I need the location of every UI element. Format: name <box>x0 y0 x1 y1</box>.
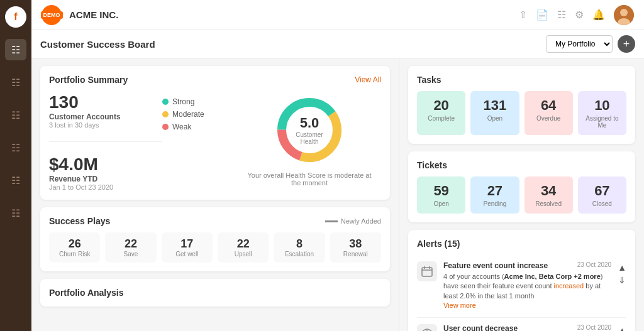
avatar[interactable] <box>614 5 634 25</box>
topbar: DEMO ACME INC. ⇧ 📄 ☷ ⚙ 🔔 <box>31 0 644 30</box>
play-upsell-label: Upsell <box>220 251 266 258</box>
tickets-closed-number: 67 <box>582 183 623 199</box>
bell-icon[interactable]: 🔔 <box>592 9 605 21</box>
play-escalation: 8 Escalation <box>274 232 325 263</box>
success-plays-title: Success Plays <box>49 216 110 226</box>
tasks-assigned: 10 Assigned to Me <box>578 91 626 135</box>
play-upsell-number: 22 <box>220 237 266 251</box>
legend-strong: Strong <box>162 97 238 106</box>
health-score-note: Your overall Health Score is moderate at… <box>247 171 372 187</box>
play-escalation-number: 8 <box>276 237 322 251</box>
success-plays-card: Success Plays Newly Added 26 Churn Risk … <box>40 207 390 271</box>
alert-1-header: Feature event count increase 23 Oct 2020 <box>443 261 611 270</box>
grid-icon[interactable]: ☷ <box>557 9 566 21</box>
upload-icon[interactable]: ⇧ <box>519 9 527 21</box>
alert-item-1: Feature event count increase 23 Oct 2020… <box>417 255 626 318</box>
accounts-sub: 3 lost in 30 days <box>49 121 162 129</box>
portfolio-summary-body: 130 Customer Accounts 3 lost in 30 days … <box>49 92 381 191</box>
portfolio-select[interactable]: My Portfolio <box>546 35 613 53</box>
demo-badge: DEMO <box>41 11 63 19</box>
alert-2-up-icon[interactable]: ▲ <box>618 325 626 331</box>
alert-1-download-icon[interactable]: ⇓ <box>618 275 626 285</box>
play-escalation-label: Escalation <box>276 251 322 258</box>
play-churn-risk-label: Churn Risk <box>52 251 97 258</box>
play-save-label: Save <box>108 251 153 258</box>
revenue-stat: $4.0M Revenue YTD Jan 1 to Oct 23 2020 <box>49 155 162 191</box>
accounts-number: 130 <box>49 92 162 112</box>
tasks-open-label: Open <box>474 115 515 122</box>
tickets-stats-grid: 59 Open 27 Pending 34 Resolved 67 Closed <box>417 176 626 214</box>
view-more-link-1[interactable]: View more <box>443 301 476 309</box>
sidebar: f ☷ ☷ ☷ ☷ ☷ ☷ <box>0 0 31 331</box>
full-content: DEMO ACME INC. ⇧ 📄 ☷ ⚙ 🔔 Customer Succes… <box>31 0 644 331</box>
weak-label: Weak <box>172 122 191 131</box>
play-renewal-number: 38 <box>333 237 379 251</box>
app-logo[interactable]: f <box>5 6 26 28</box>
tasks-complete: 20 Complete <box>417 91 465 135</box>
newly-added-line <box>325 220 338 222</box>
sidebar-item-grid[interactable]: ☷ <box>5 72 26 93</box>
svg-point-1 <box>620 9 628 16</box>
tasks-overdue-number: 64 <box>528 97 569 114</box>
revenue-sub: Jan 1 to Oct 23 2020 <box>49 183 162 191</box>
sidebar-item-apps[interactable]: ☷ <box>5 104 26 126</box>
play-renewal: 38 Renewal <box>330 232 381 263</box>
revenue-number: $4.0M <box>49 155 162 175</box>
sidebar-item-barchart[interactable]: ☷ <box>5 202 26 224</box>
calendar-icon <box>417 261 437 281</box>
play-getwell-number: 17 <box>164 237 210 251</box>
play-renewal-label: Renewal <box>333 251 379 258</box>
tickets-resolved: 34 Resolved <box>525 176 573 214</box>
alerts-card: Alerts (15) Feature event count increase… <box>408 230 635 331</box>
alert-2-header: User count decrease 23 Oct 2020 <box>443 324 611 331</box>
alert-1-up-icon[interactable]: ▲ <box>618 263 626 273</box>
revenue-label: Revenue YTD <box>49 175 162 183</box>
add-button[interactable]: + <box>618 35 635 53</box>
tickets-pending-number: 27 <box>474 183 515 199</box>
sidebar-item-dashboard[interactable]: ☷ <box>5 39 26 60</box>
plays-grid: 26 Churn Risk 22 Save 17 Get well 22 Ups… <box>49 232 381 263</box>
tasks-card: Tasks 20 Complete 131 Open 64 Overdue <box>408 66 635 144</box>
tickets-closed: 67 Closed <box>578 176 626 214</box>
company-name: ACME INC. <box>69 9 118 20</box>
alert-1-actions: ▲ ⇓ <box>618 261 626 311</box>
svg-rect-7 <box>422 268 432 276</box>
right-panel: Tasks 20 Complete 131 Open 64 Overdue <box>399 58 644 331</box>
alert-2-actions: ▲ ⇓ <box>618 324 626 331</box>
alert-2-date: 23 Oct 2020 <box>577 324 611 331</box>
tasks-stats-grid: 20 Complete 131 Open 64 Overdue 10 Assig… <box>417 91 626 135</box>
tickets-resolved-label: Resolved <box>528 200 569 207</box>
view-all-link[interactable]: View All <box>355 75 381 84</box>
divider <box>49 141 162 142</box>
health-score-label: Customer Health <box>291 131 328 145</box>
tickets-pending: 27 Pending <box>470 176 519 214</box>
donut-chart: 5.0 Customer Health <box>272 92 347 168</box>
tasks-open: 131 Open <box>470 91 519 135</box>
page-title: Customer Success Board <box>40 39 155 50</box>
tickets-pending-label: Pending <box>474 200 515 207</box>
legend-moderate: Moderate <box>162 110 238 119</box>
accounts-stat: 130 Customer Accounts 3 lost in 30 days <box>49 92 162 129</box>
moderate-label: Moderate <box>172 110 204 119</box>
alert-1-title: Feature event count increase <box>443 261 548 270</box>
newly-added: Newly Added <box>325 217 381 225</box>
tickets-open-number: 59 <box>421 183 462 199</box>
health-score-number: 5.0 <box>291 115 328 131</box>
alert-item-2: User count decrease 23 Oct 2020 2 of you… <box>417 318 626 331</box>
portfolio-summary-header: Portfolio Summary View All <box>49 75 381 85</box>
sidebar-item-user[interactable]: ☷ <box>5 137 26 158</box>
tasks-overdue-label: Overdue <box>528 115 569 122</box>
gear-icon[interactable]: ⚙ <box>575 9 584 21</box>
alert-1-content: Feature event count increase 23 Oct 2020… <box>443 261 611 311</box>
page-header-right: My Portfolio + <box>546 35 635 53</box>
database-icon[interactable]: 📄 <box>536 9 548 21</box>
alerts-title: Alerts (15) <box>417 239 626 249</box>
sidebar-item-sliders[interactable]: ☷ <box>5 170 26 191</box>
user-circle-icon <box>417 324 437 331</box>
play-getwell-label: Get well <box>164 251 210 258</box>
play-getwell: 17 Get well <box>162 232 213 263</box>
ps-chart: 5.0 Customer Health Your overall Health … <box>238 92 381 187</box>
tickets-resolved-number: 34 <box>528 183 569 199</box>
alert-1-body: 4 of your accounts (Acme Inc, Beta Corp … <box>443 272 611 311</box>
alert-2-title: User count decrease <box>443 324 518 331</box>
